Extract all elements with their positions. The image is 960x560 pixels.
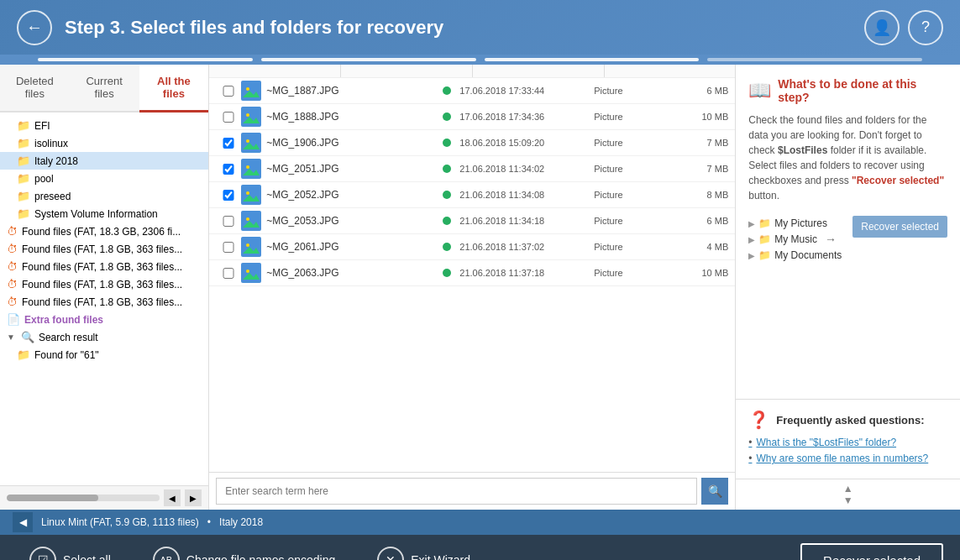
arrow-icon: → xyxy=(825,233,837,246)
faq-item-1[interactable]: • What is the "$LostFiles" folder? xyxy=(748,437,947,448)
book-icon: 📖 xyxy=(748,80,771,102)
tab-deleted-files[interactable]: Deleted files xyxy=(0,65,70,113)
status-dot xyxy=(443,269,451,277)
file-type: Picture xyxy=(594,112,669,122)
tree-item-pool[interactable]: 📁 pool xyxy=(0,170,208,187)
file-checkbox[interactable] xyxy=(216,86,241,97)
tree-item-label: pool xyxy=(34,173,54,185)
file-table: ~MG_1887.JPG 17.06.2018 17:33:44 Picture… xyxy=(209,78,735,472)
found-icon: ⏱ xyxy=(7,278,18,290)
scroll-down-button[interactable]: ▼ xyxy=(843,495,853,506)
folder-icon: 📁 xyxy=(17,190,30,202)
found-icon: ⏱ xyxy=(7,243,18,255)
right-top-section: 📖 What's to be done at this step? Check … xyxy=(736,65,960,399)
back-button[interactable]: ← xyxy=(17,10,52,45)
file-checkbox[interactable] xyxy=(216,216,241,227)
file-checkbox[interactable] xyxy=(216,164,241,175)
file-checkbox[interactable] xyxy=(216,242,241,253)
tree-item-efi[interactable]: 📁 EFI xyxy=(0,117,208,134)
file-row: ~MG_2061.JPG 21.06.2018 11:37:02 Picture… xyxy=(209,234,735,260)
search-button[interactable]: 🔍 xyxy=(701,478,728,505)
svg-point-16 xyxy=(246,217,249,221)
tree-label: My Pictures xyxy=(774,217,827,229)
status-dot xyxy=(443,86,451,95)
status-separator: • xyxy=(207,516,211,528)
svg-point-1 xyxy=(246,87,249,91)
status-dot xyxy=(443,191,451,199)
tree-item-label: Found files (FAT, 1.8 GB, 363 files... xyxy=(22,279,182,290)
found-icon: ⏱ xyxy=(7,260,18,273)
tree-item-italy2018[interactable]: 📁 Italy 2018 xyxy=(0,152,208,170)
faq-icon: ❓ xyxy=(748,410,769,430)
encoding-button[interactable]: AB Change file names encoding xyxy=(140,540,348,560)
tree-item-label: Extra found files xyxy=(24,314,103,326)
help-icon-button[interactable]: ? xyxy=(908,10,943,45)
folder-icon: 📁 xyxy=(17,154,30,167)
tree-item-found-2[interactable]: ⏱ Found files (FAT, 1.8 GB, 363 files... xyxy=(0,240,208,258)
tab-all-files[interactable]: All the files xyxy=(139,65,209,113)
scroll-up-button[interactable]: ▲ xyxy=(843,483,853,495)
file-type: Picture xyxy=(594,164,669,174)
exit-wizard-button[interactable]: ✕ Exit Wizard xyxy=(365,540,483,560)
right-description: Check the found files and folders for th… xyxy=(748,113,947,203)
faq-item-2[interactable]: • Why are some file names in numbers? xyxy=(748,453,947,464)
tree-item-label: Italy 2018 xyxy=(34,155,78,167)
file-type: Picture xyxy=(594,190,669,200)
file-size: 7 MB xyxy=(669,138,728,148)
file-name: ~MG_2061.JPG xyxy=(266,241,443,253)
status-nav-left[interactable]: ◀ xyxy=(13,512,33,532)
tree-item-preseed[interactable]: 📁 preseed xyxy=(0,187,208,205)
user-icon-button[interactable]: 👤 xyxy=(864,10,900,45)
file-size: 6 MB xyxy=(669,86,728,96)
tree-item-found-1[interactable]: ⏱ Found files (FAT, 18.3 GB, 2306 fi... xyxy=(0,222,208,240)
file-name: ~MG_2053.JPG xyxy=(266,215,443,227)
file-date: 18.06.2018 15:09:20 xyxy=(459,138,594,148)
tree-item-found-for[interactable]: 📁 Found for "61" xyxy=(0,346,208,364)
file-type: Picture xyxy=(594,268,669,278)
file-checkbox[interactable] xyxy=(216,138,241,149)
svg-point-19 xyxy=(246,243,249,247)
scroll-left-button[interactable]: ◀ xyxy=(164,489,181,506)
file-thumbnail xyxy=(241,81,261,101)
select-all-button[interactable]: ☑ Select all xyxy=(17,540,123,560)
recovery-tree-item-music: ▶ 📁 My Music → xyxy=(748,231,846,248)
folder-icon: 📁 xyxy=(17,207,30,220)
file-row: ~MG_2052.JPG 21.06.2018 11:34:08 Picture… xyxy=(209,182,735,208)
header-title: Step 3. Select files and folders for rec… xyxy=(65,17,443,39)
tree-item-extra[interactable]: 📄 Extra found files xyxy=(0,311,208,328)
recovery-tree-item-pictures: ▶ 📁 My Pictures xyxy=(748,216,846,231)
extra-icon: 📄 xyxy=(7,313,20,326)
recovery-tree: ▶ 📁 My Pictures ▶ 📁 My Music → ▶ 📁 My Do… xyxy=(748,216,846,263)
tree-item-found-5[interactable]: ⏱ Found files (FAT, 1.8 GB, 363 files... xyxy=(0,293,208,311)
svg-point-7 xyxy=(246,139,249,143)
tree-item-label: System Volume Information xyxy=(34,208,158,220)
scroll-right-button[interactable]: ▶ xyxy=(185,489,202,506)
svg-point-22 xyxy=(246,270,249,273)
tree-item-label: Found files (FAT, 1.8 GB, 363 files... xyxy=(22,296,182,308)
recover-selected-footer-button[interactable]: Recover selected xyxy=(800,543,943,561)
status-location: Italy 2018 xyxy=(219,516,263,528)
recover-selected-inline-button[interactable]: Recover selected xyxy=(852,216,947,238)
folder-icon: 📁 xyxy=(17,119,30,132)
file-checkbox[interactable] xyxy=(216,268,241,279)
file-date: 17.06.2018 17:34:36 xyxy=(459,112,594,122)
folder-icon: 📁 xyxy=(17,137,30,149)
tree-item-found-3[interactable]: ⏱ Found files (FAT, 1.8 GB, 363 files... xyxy=(0,258,208,275)
tab-current-files[interactable]: Current files xyxy=(70,65,139,113)
select-all-label: Select all xyxy=(63,553,111,560)
file-name: ~MG_1887.JPG xyxy=(266,85,443,97)
file-checkbox[interactable] xyxy=(216,112,241,123)
file-size: 10 MB xyxy=(669,268,728,278)
left-panel: Deleted files Current files All the file… xyxy=(0,65,209,510)
file-checkbox[interactable] xyxy=(216,190,241,201)
tree-item-system-volume[interactable]: 📁 System Volume Information xyxy=(0,205,208,222)
file-thumbnail xyxy=(241,107,261,127)
right-section-title: 📖 What's to be done at this step? xyxy=(748,77,947,104)
footer: ☑ Select all AB Change file names encodi… xyxy=(0,535,960,560)
status-dot xyxy=(443,165,451,173)
tree-item-found-4[interactable]: ⏱ Found files (FAT, 1.8 GB, 363 files... xyxy=(0,275,208,293)
search-input[interactable] xyxy=(216,478,697,505)
tree-item-search-result[interactable]: ▼ 🔍 Search result xyxy=(0,328,208,346)
exit-label: Exit Wizard xyxy=(411,553,470,560)
tree-item-isolinux[interactable]: 📁 isolinux xyxy=(0,134,208,152)
